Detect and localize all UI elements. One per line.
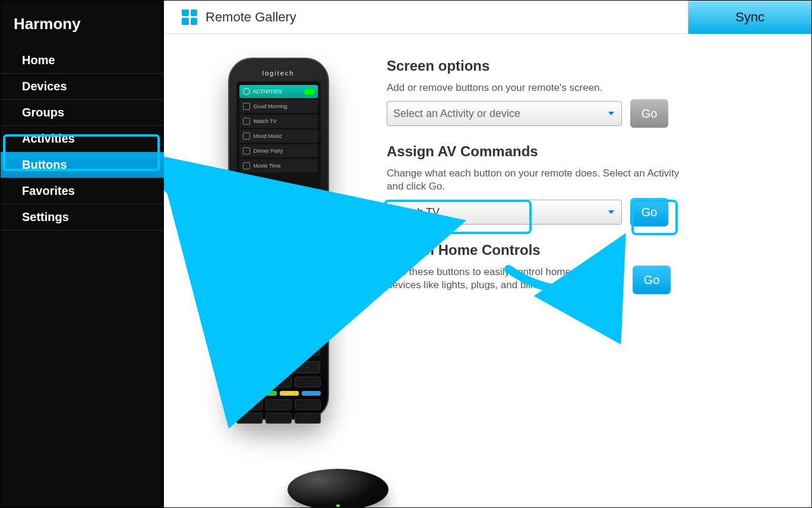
dropdown-placeholder: Select an Activity or device (393, 108, 520, 120)
assign-av-go-button[interactable]: Go (630, 198, 668, 226)
battery-icon (305, 89, 314, 94)
remote-activity-item: Dinner Party (239, 144, 318, 157)
remote-tab-devices: DEVICES (281, 203, 321, 214)
remote-activity-item: Good Morning (239, 100, 318, 113)
main: Remote Gallery Sync logitech ACTIVITIES … (164, 1, 811, 507)
assign-av-row: Watch TV Go (387, 198, 719, 226)
sync-button[interactable]: Sync (688, 1, 811, 34)
screen-options-row: Select an Activity or device Go (387, 99, 719, 128)
remote-exit-menu-row: ExitMenu (236, 255, 321, 267)
gallery-grid-icon (182, 10, 197, 25)
header-bar: Remote Gallery Sync (164, 1, 811, 34)
remote-activity-item: Watch TV (239, 115, 318, 128)
assign-home-desc: Map these buttons to easily control home… (387, 266, 624, 292)
screen-options-desc: Add or remove buttons on your remote's s… (387, 81, 696, 94)
remote-dvr-row (236, 377, 321, 387)
remote-ok-button: OK (268, 294, 289, 315)
remote-activity-item: Movie Time (239, 159, 318, 172)
assign-av-dropdown[interactable]: Watch TV (387, 200, 622, 225)
remote-tabs: ACTIVITIES DEVICES (236, 203, 321, 214)
screen-options-heading: Screen options (387, 58, 719, 74)
remote-preview: logitech ACTIVITIES Good Morning Watch T… (203, 58, 354, 507)
remote-activity-item: Mood Music (239, 130, 318, 143)
nav-activities[interactable]: Activities (1, 126, 164, 152)
assign-home-heading: Assign Home Controls (387, 242, 719, 258)
remote-body: logitech ACTIVITIES Good Morning Watch T… (228, 58, 329, 420)
remote-color-row (236, 391, 321, 396)
nav-devices[interactable]: Devices (1, 74, 164, 100)
nav-buttons[interactable]: Buttons (1, 152, 164, 178)
nav: Home Devices Groups Activities Buttons F… (1, 48, 164, 231)
remote-vol-ch-row2: −− (236, 361, 321, 373)
remote-dpad: OK (236, 272, 321, 337)
brand-logo: Harmony (1, 4, 164, 48)
nav-groups[interactable]: Groups (1, 100, 164, 126)
remote-vol-ch-row: ++ (236, 343, 321, 355)
header-left: Remote Gallery (164, 10, 296, 25)
assign-av-desc: Change what each button on your remote d… (387, 167, 696, 193)
sidebar: Harmony Home Devices Groups Activities B… (1, 1, 164, 507)
options-column: Screen options Add or remove buttons on … (387, 58, 719, 507)
remote-screen: ACTIVITIES Good Morning Watch TV Mood Mu… (236, 81, 321, 197)
remote-numpad (236, 399, 321, 424)
nav-favorites[interactable]: Favorites (1, 178, 164, 204)
remote-activities-header: ACTIVITIES (239, 85, 318, 98)
screen-options-dropdown[interactable]: Select an Activity or device (387, 101, 622, 126)
remote-tab-activities: ACTIVITIES (236, 203, 276, 214)
chevron-down-icon (608, 112, 614, 115)
content: logitech ACTIVITIES Good Morning Watch T… (164, 34, 811, 507)
assign-home-row: Map these buttons to easily control home… (387, 266, 719, 294)
dropdown-value: Watch TV (393, 206, 440, 219)
app-shell: Harmony Home Devices Groups Activities B… (0, 0, 812, 508)
nav-settings[interactable]: Settings (1, 204, 164, 231)
chevron-down-icon (608, 210, 614, 214)
remote-brand: logitech (236, 70, 321, 77)
page-title: Remote Gallery (206, 10, 296, 25)
remote-media-row2: ■▮▮● (236, 238, 321, 250)
harmony-hub-icon (287, 469, 388, 508)
screen-options-go-button[interactable]: Go (630, 99, 668, 128)
nav-home[interactable]: Home (1, 48, 164, 74)
assign-home-go-button[interactable]: Go (633, 266, 671, 294)
remote-media-row: ◄◄►►► (236, 220, 321, 232)
assign-av-heading: Assign AV Commands (387, 143, 719, 160)
